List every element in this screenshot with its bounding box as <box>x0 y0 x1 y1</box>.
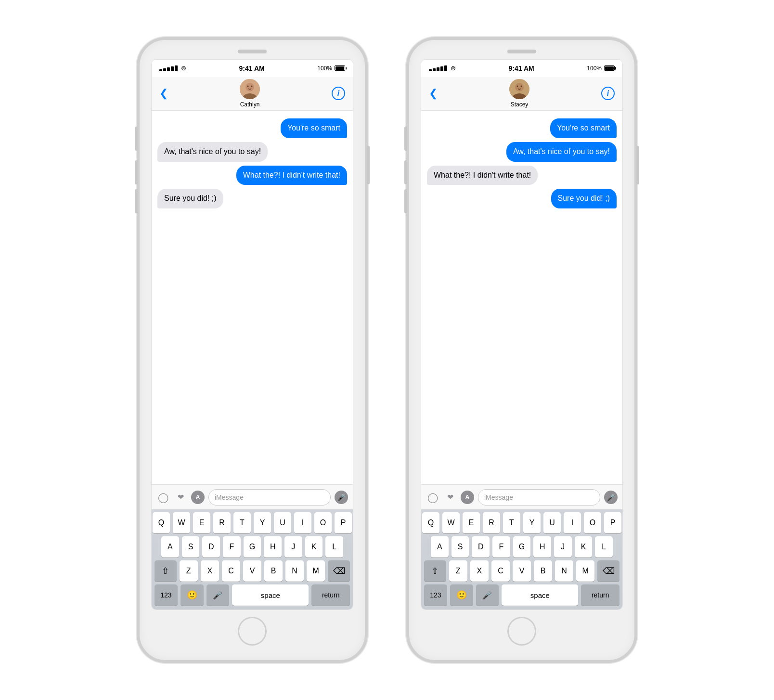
phone2-key-c[interactable]: C <box>491 560 510 582</box>
phone2-key-y[interactable]: Y <box>523 512 541 533</box>
phone1-num-key[interactable]: 123 <box>155 584 178 606</box>
phone2-key-a[interactable]: A <box>431 536 449 557</box>
phone1-delete-key[interactable]: ⌫ <box>328 560 350 582</box>
phone2-back-button[interactable]: ❮ <box>429 87 438 100</box>
phone1-mic-button[interactable]: 🎤 <box>335 491 348 504</box>
phone1-key-v[interactable]: V <box>243 560 261 582</box>
phone1-key-i[interactable]: I <box>294 512 311 533</box>
phone2-key-v[interactable]: V <box>513 560 531 582</box>
phone2-num-key[interactable]: 123 <box>424 584 447 606</box>
phone1-camera-icon[interactable]: ◯ <box>156 491 170 504</box>
phone2-key-k[interactable]: K <box>575 536 593 557</box>
phone1-msg-3-row: What the?! I didn't write that! <box>157 166 347 185</box>
signal-dot-3 <box>437 67 439 71</box>
phone1-key-y[interactable]: Y <box>254 512 271 533</box>
phone2-key-p[interactable]: P <box>604 512 621 533</box>
phone1-key-x[interactable]: X <box>201 560 219 582</box>
phone1-space-key[interactable]: space <box>232 584 309 606</box>
svg-point-9 <box>521 86 522 87</box>
phone2-key-s[interactable]: S <box>452 536 469 557</box>
phone1-nav-center[interactable]: Cathlyn <box>240 79 260 108</box>
phone1-key-n[interactable]: N <box>285 560 304 582</box>
phone1-key-c[interactable]: C <box>222 560 240 582</box>
phone2-shift-key[interactable]: ⇧ <box>424 560 446 582</box>
phone2-key-m[interactable]: M <box>576 560 594 582</box>
phone1-key-a[interactable]: A <box>161 536 179 557</box>
phone2-key-l[interactable]: L <box>595 536 613 557</box>
phone1-contact-name: Cathlyn <box>240 101 260 108</box>
phone2-key-n[interactable]: N <box>555 560 573 582</box>
phone2-key-d[interactable]: D <box>472 536 490 557</box>
phone2-nav-center[interactable]: Stacey <box>509 79 529 108</box>
phone1-back-button[interactable]: ❮ <box>159 87 168 100</box>
phone1-key-o[interactable]: O <box>314 512 332 533</box>
phone2-key-i[interactable]: I <box>564 512 581 533</box>
phone2-msg-4-row: Sure you did! ;) <box>427 189 617 208</box>
phone2-key-g[interactable]: G <box>513 536 531 557</box>
phone1-key-l[interactable]: L <box>325 536 343 557</box>
phone2-delete-key[interactable]: ⌫ <box>597 560 619 582</box>
phone2-key-x[interactable]: X <box>470 560 489 582</box>
phone1-key-m[interactable]: M <box>307 560 325 582</box>
phone1-key-u[interactable]: U <box>274 512 291 533</box>
phone1-key-z[interactable]: Z <box>180 560 198 582</box>
phone2-key-h[interactable]: H <box>533 536 551 557</box>
phone1-emoji-key[interactable]: 🙂 <box>181 584 204 606</box>
phone2-key-b[interactable]: B <box>534 560 552 582</box>
phone2-key-u[interactable]: U <box>543 512 561 533</box>
phone2-speaker <box>507 50 536 53</box>
phone1-key-h[interactable]: H <box>264 536 282 557</box>
phone2-mic-key[interactable]: 🎤 <box>476 584 499 606</box>
phone2-key-o[interactable]: O <box>584 512 601 533</box>
phone1-status-bar: ⊜ 9:41 AM 100% <box>152 60 353 77</box>
phone1-home-button[interactable] <box>238 617 267 646</box>
phone2-key-w[interactable]: W <box>442 512 460 533</box>
phone1-apps-icon[interactable]: A <box>191 491 205 504</box>
phone2-keyboard[interactable]: Q W E R T Y U I O P A S D F G H <box>421 509 622 609</box>
phone1-msg-3: What the?! I didn't write that! <box>236 166 347 185</box>
phone1-msg-1: You're so smart <box>281 118 347 138</box>
phone2-key-q[interactable]: Q <box>422 512 439 533</box>
phone1-key-j[interactable]: J <box>284 536 302 557</box>
phone2-return-key[interactable]: return <box>581 584 619 606</box>
phone1-keyboard[interactable]: Q W E R T Y U I O P A S D F G H <box>152 509 353 609</box>
phone2-key-r[interactable]: R <box>483 512 500 533</box>
phone1-mic-key[interactable]: 🎤 <box>206 584 230 606</box>
phone1-key-t[interactable]: T <box>233 512 251 533</box>
phone1-key-s[interactable]: S <box>182 536 200 557</box>
phone2-heart-icon[interactable]: ❤ <box>443 491 457 504</box>
phone1-key-w[interactable]: W <box>173 512 190 533</box>
phone1-key-d[interactable]: D <box>202 536 220 557</box>
phone2-key-f[interactable]: F <box>492 536 510 557</box>
phone2-battery-area: 100% <box>587 65 615 72</box>
phone1-info-button[interactable]: i <box>332 87 345 100</box>
phone1-key-p[interactable]: P <box>335 512 352 533</box>
phone2-info-button[interactable]: i <box>601 87 615 100</box>
phone1-battery-fill <box>335 66 344 70</box>
phone1-key-r[interactable]: R <box>213 512 231 533</box>
phone2-camera-icon[interactable]: ◯ <box>426 491 439 504</box>
svg-point-8 <box>517 86 518 87</box>
phone1-key-g[interactable]: G <box>244 536 261 557</box>
phone2-apps-icon[interactable]: A <box>461 491 474 504</box>
phone1-heart-icon[interactable]: ❤ <box>174 491 187 504</box>
phone1-shift-key[interactable]: ⇧ <box>155 560 177 582</box>
phone1-key-f[interactable]: F <box>223 536 241 557</box>
phone1-key-q[interactable]: Q <box>153 512 170 533</box>
phone1-message-input[interactable]: iMessage <box>208 489 331 506</box>
phone2-key-e[interactable]: E <box>463 512 480 533</box>
phone2-key-t[interactable]: T <box>503 512 520 533</box>
phone1-key-b[interactable]: B <box>264 560 283 582</box>
signal-dot-2 <box>163 68 166 71</box>
phone2-space-key[interactable]: space <box>502 584 578 606</box>
phone2-mic-button[interactable]: 🎤 <box>604 491 618 504</box>
phone2-key-j[interactable]: J <box>554 536 572 557</box>
phone2-key-z[interactable]: Z <box>449 560 467 582</box>
phone1-key-e[interactable]: E <box>193 512 210 533</box>
phone2-message-input[interactable]: iMessage <box>478 489 600 506</box>
phone1-key-k[interactable]: K <box>305 536 323 557</box>
phone2-emoji-key[interactable]: 🙂 <box>450 584 473 606</box>
phone2-nav-bar: ❮ Stacey i <box>421 77 622 111</box>
phone1-return-key[interactable]: return <box>311 584 350 606</box>
phone2-home-button[interactable] <box>507 617 536 646</box>
